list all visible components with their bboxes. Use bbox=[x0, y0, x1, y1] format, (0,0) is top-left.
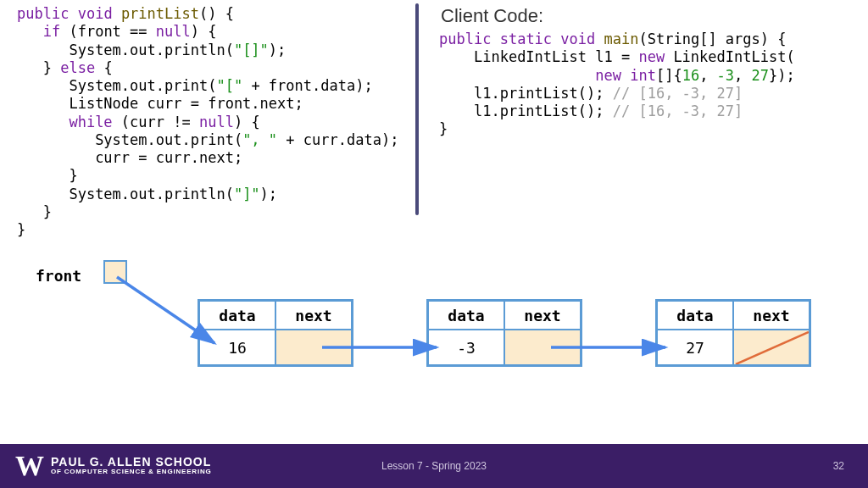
linked-list-diagram: front data next 16 data next -3 bbox=[0, 250, 868, 385]
node-1: data next 16 bbox=[198, 299, 353, 367]
school-name: PAUL G. ALLEN SCHOOL OF COMPUTER SCIENCE… bbox=[51, 456, 212, 475]
node3-next-cell bbox=[733, 330, 810, 365]
node3-data-header: data bbox=[657, 301, 733, 330]
uw-logo: W PAUL G. ALLEN SCHOOL OF COMPUTER SCIEN… bbox=[0, 450, 212, 482]
node2-data-value: -3 bbox=[428, 330, 504, 365]
left-code-column: public void printList() { if (front == n… bbox=[0, 0, 415, 246]
node-2: data next -3 bbox=[426, 299, 582, 367]
school-line1: PAUL G. ALLEN SCHOOL bbox=[51, 456, 212, 469]
client-code: public static void main(String[] args) {… bbox=[439, 30, 868, 139]
slide: public void printList() { if (front == n… bbox=[0, 0, 868, 488]
node1-next-cell bbox=[275, 330, 352, 365]
printlist-code: public void printList() { if (front == n… bbox=[17, 5, 415, 239]
school-line2: OF COMPUTER SCIENCE & ENGINEERING bbox=[51, 469, 212, 475]
node3-next-header: next bbox=[733, 301, 810, 330]
node3-data-value: 27 bbox=[657, 330, 733, 365]
front-label: front bbox=[36, 267, 81, 285]
node2-next-cell bbox=[504, 330, 581, 365]
right-code-column: Client Code: public static void main(Str… bbox=[419, 0, 868, 246]
w-logo-icon: W bbox=[15, 450, 42, 482]
node2-next-header: next bbox=[504, 301, 581, 330]
footer-bar: W PAUL G. ALLEN SCHOOL OF COMPUTER SCIEN… bbox=[0, 444, 868, 488]
node-3: data next 27 bbox=[655, 299, 811, 367]
lesson-label: Lesson 7 - Spring 2023 bbox=[381, 460, 487, 472]
front-box bbox=[103, 260, 127, 284]
null-slash-icon bbox=[734, 330, 809, 364]
node1-data-value: 16 bbox=[199, 330, 275, 365]
client-code-title: Client Code: bbox=[441, 5, 868, 27]
svg-line-0 bbox=[736, 332, 809, 364]
node2-data-header: data bbox=[428, 301, 504, 330]
node1-next-header: next bbox=[275, 301, 352, 330]
node1-data-header: data bbox=[199, 301, 275, 330]
page-number: 32 bbox=[833, 460, 844, 472]
top-region: public void printList() { if (front == n… bbox=[0, 0, 868, 246]
